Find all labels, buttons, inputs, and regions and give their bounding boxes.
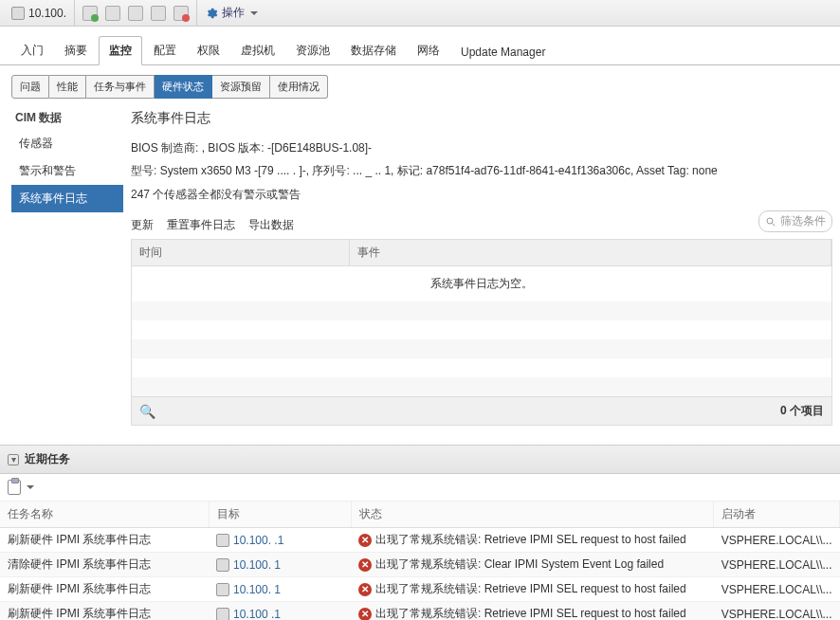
host-link[interactable]: 10.100. 1 — [216, 583, 343, 596]
actions-label: 操作 — [222, 5, 245, 21]
th-status[interactable]: 状态 — [351, 501, 714, 528]
actions-dropdown[interactable]: 操作 — [197, 0, 265, 26]
task-row[interactable]: 刷新硬件 IPMI 系统事件日志10.100. .1✕出现了常规系统错误: Re… — [0, 528, 840, 553]
tasks-toolbar — [0, 474, 840, 501]
chevron-down-icon — [250, 11, 258, 15]
sidebar-item-2[interactable]: 系统事件日志 — [11, 185, 123, 212]
sub-tabs: 问题性能任务与事件硬件状态资源预留使用情况 — [0, 65, 840, 106]
sub-tab-0[interactable]: 问题 — [11, 75, 49, 99]
pane-title: 系统事件日志 — [131, 106, 832, 137]
task-initiator-cell: VSPHERE.LOCAL\\... — [714, 528, 840, 553]
col-event[interactable]: 事件 — [350, 240, 831, 265]
action-link-2[interactable]: 导出数据 — [248, 217, 294, 233]
action-links: 更新重置事件日志导出数据 — [131, 206, 294, 239]
binoculars-icon[interactable]: 🔍 — [139, 404, 155, 419]
task-name-cell: 刷新硬件 IPMI 系统事件日志 — [0, 528, 209, 553]
search-icon — [765, 216, 776, 228]
collapse-icon[interactable]: ▾ — [8, 454, 19, 465]
task-status-cell: ✕出现了常规系统错误: Retrieve IPMI SEL request to… — [351, 577, 714, 602]
item-count: 0 个项目 — [780, 403, 824, 419]
main-tab-0[interactable]: 入门 — [11, 37, 53, 64]
main-tab-8[interactable]: 网络 — [408, 37, 449, 64]
sub-tab-4[interactable]: 资源预留 — [212, 75, 270, 99]
error-icon: ✕ — [358, 534, 372, 547]
th-task-name[interactable]: 任务名称 — [0, 501, 209, 528]
main-tab-9[interactable]: Update Manager — [451, 40, 555, 64]
task-initiator-cell: VSPHERE.LOCAL\\... — [714, 602, 840, 620]
th-target[interactable]: 目标 — [209, 501, 351, 528]
disconnect-icon[interactable] — [173, 6, 189, 21]
exit-maintenance-icon[interactable] — [105, 6, 120, 21]
host-icon — [216, 534, 229, 547]
main-tab-4[interactable]: 权限 — [188, 37, 229, 64]
host-link[interactable]: 10.100 .1 — [216, 608, 343, 620]
host-icon — [216, 583, 229, 596]
recent-tasks-header[interactable]: ▾ 近期任务 — [0, 445, 840, 474]
host-icon — [216, 608, 229, 620]
top-toolbar: 10.100. 操作 — [0, 0, 840, 27]
main-tabs: 入门摘要监控配置权限虚拟机资源池数据存储网络Update Manager — [0, 27, 840, 65]
task-row[interactable]: 刷新硬件 IPMI 系统事件日志10.100 .1✕出现了常规系统错误: Ret… — [0, 602, 840, 620]
task-target-cell: 10.100. 1 — [209, 577, 351, 602]
task-target-cell: 10.100. 1 — [209, 553, 351, 577]
error-icon: ✕ — [358, 558, 372, 572]
sub-tab-2[interactable]: 任务与事件 — [86, 75, 155, 99]
col-time[interactable]: 时间 — [132, 240, 350, 265]
recent-tasks-title: 近期任务 — [25, 451, 70, 467]
bios-info: BIOS 制造商: , BIOS 版本: -[D6E148BUS-1.08]- — [131, 137, 832, 159]
filter-placeholder: 筛选条件 — [780, 213, 826, 229]
task-name-cell: 刷新硬件 IPMI 系统事件日志 — [0, 577, 209, 602]
main-pane: 系统事件日志 BIOS 制造商: , BIOS 版本: -[D6E148BUS-… — [123, 106, 840, 426]
clipboard-icon[interactable] — [8, 480, 21, 495]
main-tab-1[interactable]: 摘要 — [55, 37, 97, 64]
filter-row: 筛选条件 — [758, 209, 832, 236]
chevron-down-icon[interactable] — [27, 485, 34, 489]
error-icon: ✕ — [358, 583, 372, 596]
sensor-summary: 247 个传感器全都没有警示或警告 — [131, 183, 832, 206]
sidebar-item-1[interactable]: 警示和警告 — [11, 157, 123, 185]
host-icon — [11, 7, 25, 20]
main-tab-5[interactable]: 虚拟机 — [231, 37, 284, 64]
grid-body: 系统事件日志为空。 — [132, 266, 831, 396]
task-initiator-cell: VSPHERE.LOCAL\\... — [714, 577, 840, 602]
host-ip: 10.100. — [28, 7, 66, 20]
task-table: 任务名称 目标 状态 启动者 刷新硬件 IPMI 系统事件日志10.100. .… — [0, 501, 840, 620]
gear-icon — [205, 7, 218, 20]
grid-empty-message: 系统事件日志为空。 — [132, 266, 831, 301]
th-initiator[interactable]: 启动者 — [714, 501, 840, 528]
action-link-1[interactable]: 重置事件日志 — [167, 217, 235, 233]
task-row[interactable]: 清除硬件 IPMI 系统事件日志10.100. 1✕出现了常规系统错误: Cle… — [0, 553, 840, 577]
sub-tab-3[interactable]: 硬件状态 — [155, 75, 212, 99]
host-link[interactable]: 10.100. .1 — [216, 534, 343, 547]
enter-maintenance-icon[interactable] — [82, 6, 98, 21]
task-status-cell: ✕出现了常规系统错误: Retrieve IPMI SEL request to… — [351, 528, 714, 553]
power-icon[interactable] — [128, 6, 143, 21]
task-initiator-cell: VSPHERE.LOCAL\\... — [714, 553, 840, 577]
main-tab-6[interactable]: 资源池 — [286, 37, 339, 64]
svg-line-1 — [773, 223, 776, 226]
action-link-0[interactable]: 更新 — [131, 217, 154, 233]
task-status-cell: ✕出现了常规系统错误: Retrieve IPMI SEL request to… — [351, 602, 714, 620]
filter-input[interactable]: 筛选条件 — [758, 210, 832, 232]
sub-tab-5[interactable]: 使用情况 — [270, 75, 328, 99]
host-icon — [216, 558, 229, 572]
task-target-cell: 10.100 .1 — [209, 602, 351, 620]
main-tab-3[interactable]: 配置 — [144, 37, 186, 64]
host-indicator: 10.100. — [4, 0, 75, 26]
reboot-icon[interactable] — [151, 6, 166, 21]
sidebar-header: CIM 数据 — [11, 106, 123, 130]
model-info: 型号: System x3650 M3 -[79 .... . ]-, 序列号:… — [131, 159, 832, 182]
sidebar-item-0[interactable]: 传感器 — [11, 130, 123, 157]
task-name-cell: 清除硬件 IPMI 系统事件日志 — [0, 553, 209, 577]
grid-header: 时间 事件 — [132, 240, 831, 266]
task-name-cell: 刷新硬件 IPMI 系统事件日志 — [0, 602, 209, 620]
grid-footer: 🔍 0 个项目 — [132, 396, 831, 425]
main-tab-2[interactable]: 监控 — [99, 36, 142, 65]
content-row: CIM 数据 传感器警示和警告系统事件日志 系统事件日志 BIOS 制造商: ,… — [0, 106, 840, 426]
sub-tab-1[interactable]: 性能 — [49, 75, 86, 99]
sidebar: CIM 数据 传感器警示和警告系统事件日志 — [0, 106, 123, 426]
task-row[interactable]: 刷新硬件 IPMI 系统事件日志10.100. 1✕出现了常规系统错误: Ret… — [0, 577, 840, 602]
svg-point-0 — [767, 218, 773, 224]
main-tab-7[interactable]: 数据存储 — [341, 37, 406, 64]
host-link[interactable]: 10.100. 1 — [216, 558, 343, 572]
